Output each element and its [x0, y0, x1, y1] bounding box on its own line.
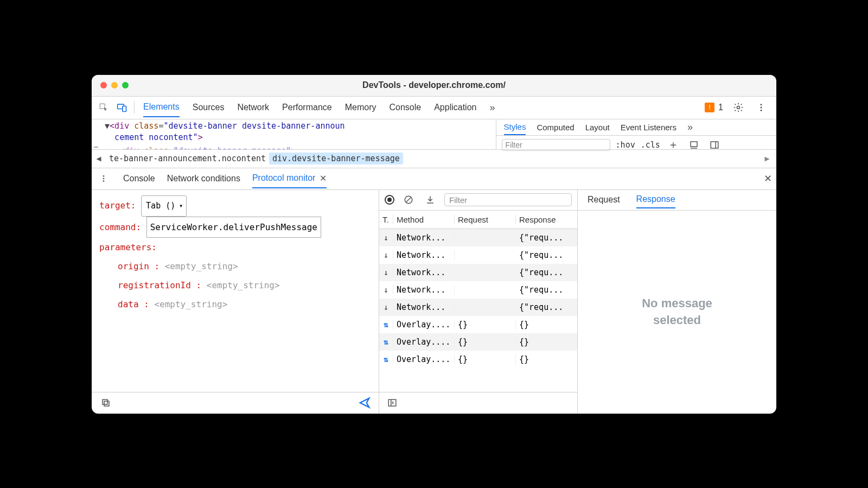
hov-toggle[interactable]: :hov — [616, 140, 635, 150]
command-input[interactable]: ServiceWorker.deliverPushMessage — [146, 217, 321, 238]
svg-point-9 — [103, 175, 105, 177]
tab-event-listeners[interactable]: Event Listeners — [621, 120, 676, 135]
cell-method: Overlay.... — [393, 320, 455, 329]
detail-tab-request[interactable]: Request — [588, 192, 620, 208]
warning-icon: ! — [705, 103, 714, 112]
cell-method: Network... — [393, 250, 455, 260]
protocol-list-footer — [379, 392, 577, 414]
col-response[interactable]: Response — [516, 215, 577, 224]
col-request[interactable]: Request — [455, 215, 516, 224]
maximize-window-button[interactable] — [122, 82, 129, 88]
tab-memory[interactable]: Memory — [345, 98, 376, 117]
titlebar: DevTools - developer.chrome.com/ — [92, 75, 776, 97]
cell-response: {"requ... — [516, 285, 577, 295]
param-origin-value[interactable]: <empty_string> — [165, 261, 238, 271]
minimize-window-button[interactable] — [111, 82, 118, 88]
copy-icon[interactable] — [98, 395, 113, 410]
protocol-row[interactable]: ⇅Overlay....{}{} — [379, 316, 577, 333]
detail-tab-response[interactable]: Response — [636, 191, 675, 208]
drawer-tab-network-conditions[interactable]: Network conditions — [167, 170, 240, 187]
tab-styles[interactable]: Styles — [504, 119, 526, 135]
settings-gear-icon[interactable] — [731, 100, 746, 115]
clear-icon[interactable] — [401, 192, 416, 207]
bidirectional-arrow-icon: ⇅ — [379, 354, 393, 364]
collapse-panel-icon[interactable] — [385, 395, 400, 410]
elements-tree[interactable]: ▼<div class="devsite-banner devsite-bann… — [92, 119, 496, 149]
send-command-icon[interactable] — [357, 395, 372, 410]
protocol-row[interactable]: ↓Network...{"requ... — [379, 281, 577, 299]
styles-filter-input[interactable]: Filter — [502, 139, 610, 151]
param-registrationid-value[interactable]: <empty_string> — [207, 280, 280, 290]
breadcrumb-item-selected[interactable]: div.devsite-banner-message — [269, 153, 403, 164]
record-toggle-icon[interactable] — [385, 195, 394, 205]
col-type[interactable]: T. — [379, 215, 393, 224]
command-label: command: — [99, 222, 141, 232]
close-tab-icon[interactable]: ✕ — [320, 173, 327, 183]
breadcrumb-scroll-right-icon[interactable]: ▶ — [760, 154, 774, 163]
more-tabs-icon[interactable]: » — [489, 102, 495, 113]
param-registrationid-label: registrationId : — [118, 280, 201, 290]
cell-response: {} — [516, 337, 577, 347]
window-title: DevTools - developer.chrome.com/ — [362, 80, 506, 90]
protocol-row[interactable]: ↓Network...{"requ... — [379, 264, 577, 281]
param-data-value[interactable]: <empty_string> — [154, 299, 227, 309]
svg-rect-7 — [691, 142, 697, 147]
protocol-row[interactable]: ⇅Overlay....{}{} — [379, 333, 577, 351]
cls-toggle[interactable]: .cls — [641, 140, 660, 150]
no-message-placeholder: No message selected — [578, 211, 776, 414]
tab-console[interactable]: Console — [389, 98, 421, 117]
drawer-tab-protocol-monitor[interactable]: Protocol monitor ✕ — [252, 169, 327, 188]
inspect-element-icon[interactable] — [96, 100, 111, 115]
cell-method: Overlay.... — [393, 337, 455, 347]
down-arrow-icon: ↓ — [379, 302, 393, 312]
protocol-row[interactable]: ↓Network...{"requ... — [379, 229, 577, 246]
drawer-tabs: Console Network conditions Protocol moni… — [92, 168, 776, 190]
col-method[interactable]: Method — [393, 215, 455, 224]
breadcrumb-item[interactable]: te-banner-announcement.nocontent — [106, 153, 269, 164]
devtools-window: DevTools - developer.chrome.com/ Element… — [92, 75, 776, 414]
down-arrow-icon: ↓ — [379, 250, 393, 260]
tab-layout[interactable]: Layout — [585, 120, 610, 135]
protocol-row[interactable]: ↓Network...{"requ... — [379, 299, 577, 316]
more-styles-tabs-icon[interactable]: » — [687, 122, 693, 133]
breadcrumb-scroll-left-icon[interactable]: ◀ — [92, 154, 106, 163]
tab-application[interactable]: Application — [434, 98, 476, 117]
svg-rect-8 — [711, 142, 718, 148]
tab-computed[interactable]: Computed — [537, 120, 574, 135]
protocol-grid-body[interactable]: ↓Network...{"requ...↓Network...{"requ...… — [379, 229, 577, 392]
target-select[interactable]: Tab () — [141, 195, 187, 217]
protocol-filter-input[interactable]: Filter — [444, 193, 572, 206]
param-origin-label: origin : — [118, 261, 159, 271]
truncation-icon: … — [94, 141, 98, 149]
target-label: target: — [99, 200, 136, 211]
dom-node-1[interactable]: ▼<div class="devsite-banner devsite-bann… — [92, 119, 496, 144]
warnings-badge[interactable]: ! 1 — [705, 103, 723, 112]
protocol-row[interactable]: ↓Network...{"requ... — [379, 246, 577, 264]
drawer-kebab-icon[interactable] — [96, 171, 111, 186]
kebab-menu-icon[interactable] — [754, 100, 769, 115]
close-window-button[interactable] — [100, 82, 107, 88]
main-tabs: Elements Sources Network Performance Mem… — [143, 98, 701, 117]
tab-network[interactable]: Network — [237, 98, 269, 117]
parameters-label: parameters: — [99, 242, 157, 252]
svg-point-4 — [761, 104, 762, 105]
cell-method: Network... — [393, 302, 455, 312]
protocol-monitor: target: Tab () command: ServiceWorker.de… — [92, 190, 776, 414]
tab-sources[interactable]: Sources — [193, 98, 225, 117]
svg-point-5 — [761, 107, 762, 109]
protocol-list-toolbar: Filter — [379, 190, 577, 211]
drawer-tab-console[interactable]: Console — [123, 170, 155, 187]
device-toolbar-icon[interactable] — [114, 100, 130, 115]
down-arrow-icon: ↓ — [379, 233, 393, 243]
styles-pane: Styles Computed Layout Event Listeners »… — [496, 119, 776, 149]
download-icon[interactable] — [423, 192, 438, 207]
tab-elements[interactable]: Elements — [143, 98, 180, 117]
tab-performance[interactable]: Performance — [282, 98, 332, 117]
down-arrow-icon: ↓ — [379, 285, 393, 295]
svg-rect-13 — [103, 400, 107, 404]
cell-request: {} — [455, 320, 516, 329]
dom-node-2[interactable]: ▶<div class="devsite-banner-message">⋯ — [92, 144, 496, 149]
protocol-row[interactable]: ⇅Overlay....{}{} — [379, 351, 577, 368]
close-drawer-icon[interactable]: ✕ — [764, 173, 772, 185]
main-toolbar: Elements Sources Network Performance Mem… — [92, 97, 776, 119]
